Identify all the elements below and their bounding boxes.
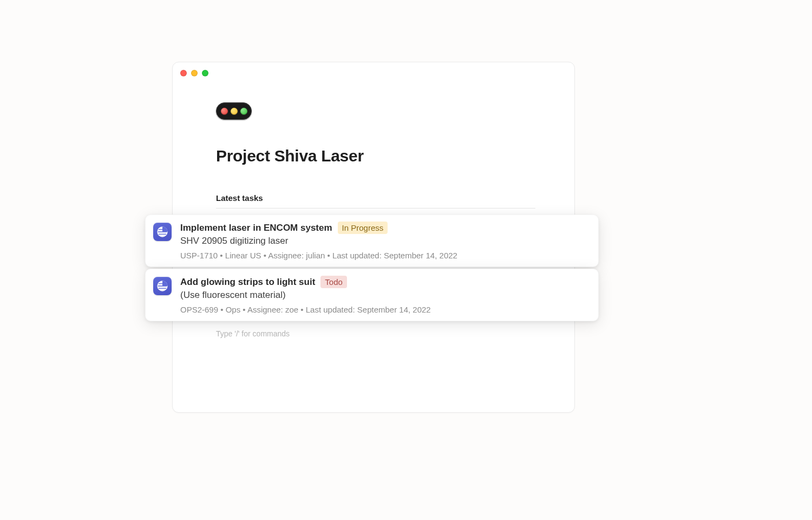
- task-subtitle: SHV 20905 digitizing laser: [180, 235, 590, 248]
- task-body: Implement laser in ENCOM system In Progr…: [180, 222, 590, 260]
- task-title: Implement laser in ENCOM system: [180, 223, 332, 233]
- logo-dot-green-icon: [240, 108, 247, 115]
- linear-icon: [153, 277, 172, 295]
- task-title: Add glowing strips to light suit: [180, 277, 315, 288]
- close-window-button[interactable]: [180, 70, 187, 76]
- task-subtitle: (Use fluorescent material): [180, 289, 590, 302]
- status-badge: Todo: [320, 276, 347, 288]
- logo-dot-red-icon: [221, 108, 228, 115]
- task-card[interactable]: Add glowing strips to light suit Todo (U…: [145, 269, 599, 321]
- window-controls: [180, 70, 208, 76]
- logo-dot-yellow-icon: [231, 108, 238, 115]
- section-heading-latest-tasks: Latest tasks: [216, 193, 535, 209]
- editor-placeholder[interactable]: Type '/' for commands: [216, 329, 290, 338]
- document-content: Project Shiva Laser Latest tasks: [216, 102, 535, 209]
- task-meta: USP-1710 • Linear US • Assignee: julian …: [180, 251, 590, 260]
- page-title: Project Shiva Laser: [216, 147, 535, 165]
- task-body: Add glowing strips to light suit Todo (U…: [180, 276, 590, 314]
- maximize-window-button[interactable]: [202, 70, 208, 76]
- linear-icon: [153, 223, 172, 241]
- minimize-window-button[interactable]: [191, 70, 198, 76]
- status-badge: In Progress: [338, 222, 388, 234]
- task-card[interactable]: Implement laser in ENCOM system In Progr…: [145, 214, 599, 267]
- task-meta: OPS2-699 • Ops • Assignee: zoe • Last up…: [180, 305, 590, 314]
- app-logo-icon: [216, 102, 252, 120]
